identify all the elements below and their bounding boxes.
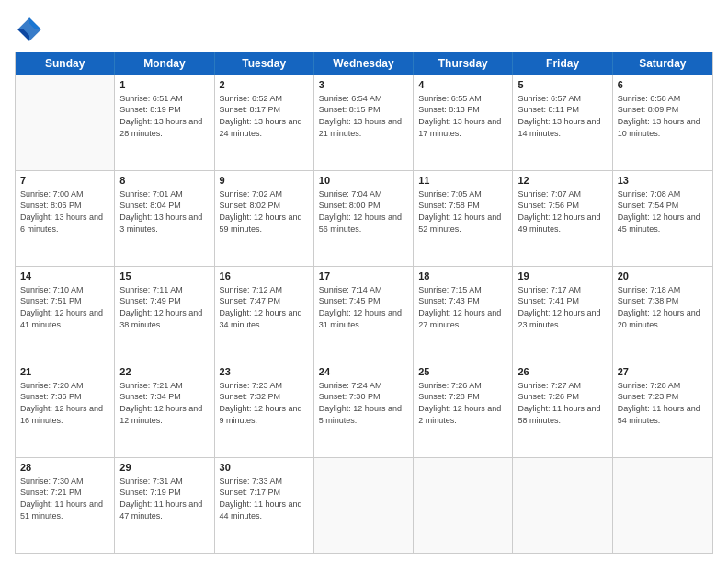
header <box>15 15 713 44</box>
day-number: 8 <box>119 174 209 188</box>
calendar-body: 1Sunrise: 6:51 AM Sunset: 8:19 PM Daylig… <box>16 75 712 553</box>
calendar-cell: 9Sunrise: 7:02 AM Sunset: 8:02 PM Daylig… <box>215 171 314 266</box>
day-number: 13 <box>618 174 708 188</box>
calendar-cell: 1Sunrise: 6:51 AM Sunset: 8:19 PM Daylig… <box>115 75 214 170</box>
day-info: Sunrise: 7:33 AM Sunset: 7:17 PM Dayligh… <box>220 476 309 522</box>
calendar-cell: 3Sunrise: 6:54 AM Sunset: 8:15 PM Daylig… <box>314 75 414 170</box>
day-number: 28 <box>20 461 109 475</box>
day-info: Sunrise: 7:28 AM Sunset: 7:23 PM Dayligh… <box>618 380 708 426</box>
day-number: 12 <box>518 174 607 188</box>
calendar-cell: 8Sunrise: 7:01 AM Sunset: 8:04 PM Daylig… <box>115 171 214 266</box>
day-info: Sunrise: 7:05 AM Sunset: 7:58 PM Dayligh… <box>418 189 507 235</box>
logo-icon <box>15 15 44 44</box>
calendar-cell: 10Sunrise: 7:04 AM Sunset: 8:00 PM Dayli… <box>314 171 414 266</box>
day-number: 10 <box>319 174 408 188</box>
calendar-cell: 21Sunrise: 7:20 AM Sunset: 7:36 PM Dayli… <box>16 362 115 457</box>
day-info: Sunrise: 7:31 AM Sunset: 7:19 PM Dayligh… <box>119 476 209 522</box>
calendar-cell: 19Sunrise: 7:17 AM Sunset: 7:41 PM Dayli… <box>513 267 612 362</box>
calendar-cell: 15Sunrise: 7:11 AM Sunset: 7:49 PM Dayli… <box>115 267 214 362</box>
calendar-cell: 28Sunrise: 7:30 AM Sunset: 7:21 PM Dayli… <box>16 458 115 553</box>
calendar-week-5: 28Sunrise: 7:30 AM Sunset: 7:21 PM Dayli… <box>16 457 712 553</box>
day-number: 6 <box>618 78 708 92</box>
day-info: Sunrise: 7:11 AM Sunset: 7:49 PM Dayligh… <box>119 284 209 330</box>
day-info: Sunrise: 7:12 AM Sunset: 7:47 PM Dayligh… <box>220 284 309 330</box>
day-number: 16 <box>220 270 309 283</box>
calendar-cell: 5Sunrise: 6:57 AM Sunset: 8:11 PM Daylig… <box>513 75 612 170</box>
day-number: 20 <box>618 270 708 283</box>
calendar-cell: 7Sunrise: 7:00 AM Sunset: 8:06 PM Daylig… <box>16 171 115 266</box>
day-info: Sunrise: 6:51 AM Sunset: 8:19 PM Dayligh… <box>119 93 209 139</box>
day-number: 30 <box>220 461 309 475</box>
day-number: 9 <box>220 174 309 188</box>
day-number: 18 <box>418 270 507 283</box>
calendar-cell: 2Sunrise: 6:52 AM Sunset: 8:17 PM Daylig… <box>215 75 314 170</box>
day-number: 22 <box>119 365 209 379</box>
day-number: 4 <box>418 78 507 92</box>
calendar-cell: 22Sunrise: 7:21 AM Sunset: 7:34 PM Dayli… <box>115 362 214 457</box>
day-info: Sunrise: 7:04 AM Sunset: 8:00 PM Dayligh… <box>319 189 408 235</box>
calendar-cell: 13Sunrise: 7:08 AM Sunset: 7:54 PM Dayli… <box>613 171 712 266</box>
header-day-wednesday: Wednesday <box>314 52 414 75</box>
header-day-sunday: Sunday <box>16 52 115 75</box>
day-info: Sunrise: 7:15 AM Sunset: 7:43 PM Dayligh… <box>418 284 507 330</box>
day-number: 3 <box>319 78 408 92</box>
logo <box>15 15 48 44</box>
calendar-cell: 25Sunrise: 7:26 AM Sunset: 7:28 PM Dayli… <box>414 362 513 457</box>
day-number: 21 <box>20 365 109 379</box>
header-day-saturday: Saturday <box>613 52 712 75</box>
day-number: 27 <box>618 365 708 379</box>
day-number: 17 <box>319 270 408 283</box>
day-info: Sunrise: 7:23 AM Sunset: 7:32 PM Dayligh… <box>220 380 309 426</box>
day-number: 7 <box>20 174 109 188</box>
calendar-cell: 17Sunrise: 7:14 AM Sunset: 7:45 PM Dayli… <box>314 267 414 362</box>
calendar-cell: 20Sunrise: 7:18 AM Sunset: 7:38 PM Dayli… <box>613 267 712 362</box>
day-info: Sunrise: 7:01 AM Sunset: 8:04 PM Dayligh… <box>119 189 209 235</box>
calendar-cell: 14Sunrise: 7:10 AM Sunset: 7:51 PM Dayli… <box>16 267 115 362</box>
day-number: 11 <box>418 174 507 188</box>
day-number: 26 <box>518 365 607 379</box>
calendar-cell <box>16 75 115 170</box>
calendar-cell: 12Sunrise: 7:07 AM Sunset: 7:56 PM Dayli… <box>513 171 612 266</box>
day-info: Sunrise: 7:14 AM Sunset: 7:45 PM Dayligh… <box>319 284 408 330</box>
day-info: Sunrise: 7:17 AM Sunset: 7:41 PM Dayligh… <box>518 284 607 330</box>
calendar-cell: 30Sunrise: 7:33 AM Sunset: 7:17 PM Dayli… <box>215 458 314 553</box>
day-info: Sunrise: 6:55 AM Sunset: 8:13 PM Dayligh… <box>418 93 507 139</box>
day-number: 15 <box>119 270 209 283</box>
day-info: Sunrise: 6:58 AM Sunset: 8:09 PM Dayligh… <box>618 93 708 139</box>
day-info: Sunrise: 6:52 AM Sunset: 8:17 PM Dayligh… <box>220 93 309 139</box>
day-number: 2 <box>220 78 309 92</box>
day-number: 5 <box>518 78 607 92</box>
day-number: 23 <box>220 365 309 379</box>
calendar-cell: 26Sunrise: 7:27 AM Sunset: 7:26 PM Dayli… <box>513 362 612 457</box>
day-number: 24 <box>319 365 408 379</box>
day-info: Sunrise: 7:21 AM Sunset: 7:34 PM Dayligh… <box>119 380 209 426</box>
calendar-week-1: 1Sunrise: 6:51 AM Sunset: 8:19 PM Daylig… <box>16 75 712 170</box>
calendar: SundayMondayTuesdayWednesdayThursdayFrid… <box>15 52 713 554</box>
day-number: 25 <box>418 365 507 379</box>
calendar-cell: 23Sunrise: 7:23 AM Sunset: 7:32 PM Dayli… <box>215 362 314 457</box>
day-info: Sunrise: 7:20 AM Sunset: 7:36 PM Dayligh… <box>20 380 109 426</box>
day-info: Sunrise: 6:57 AM Sunset: 8:11 PM Dayligh… <box>518 93 607 139</box>
calendar-cell: 11Sunrise: 7:05 AM Sunset: 7:58 PM Dayli… <box>414 171 513 266</box>
calendar-week-2: 7Sunrise: 7:00 AM Sunset: 8:06 PM Daylig… <box>16 170 712 266</box>
calendar-week-4: 21Sunrise: 7:20 AM Sunset: 7:36 PM Dayli… <box>16 362 712 457</box>
calendar-cell: 18Sunrise: 7:15 AM Sunset: 7:43 PM Dayli… <box>414 267 513 362</box>
calendar-header-row: SundayMondayTuesdayWednesdayThursdayFrid… <box>16 52 712 75</box>
calendar-cell <box>513 458 612 553</box>
day-info: Sunrise: 7:26 AM Sunset: 7:28 PM Dayligh… <box>418 380 507 426</box>
calendar-week-3: 14Sunrise: 7:10 AM Sunset: 7:51 PM Dayli… <box>16 266 712 362</box>
header-day-monday: Monday <box>115 52 214 75</box>
header-day-thursday: Thursday <box>414 52 513 75</box>
day-info: Sunrise: 7:08 AM Sunset: 7:54 PM Dayligh… <box>618 189 708 235</box>
page: SundayMondayTuesdayWednesdayThursdayFrid… <box>0 0 728 563</box>
calendar-cell: 27Sunrise: 7:28 AM Sunset: 7:23 PM Dayli… <box>613 362 712 457</box>
calendar-cell: 6Sunrise: 6:58 AM Sunset: 8:09 PM Daylig… <box>613 75 712 170</box>
calendar-cell: 4Sunrise: 6:55 AM Sunset: 8:13 PM Daylig… <box>414 75 513 170</box>
calendar-cell: 29Sunrise: 7:31 AM Sunset: 7:19 PM Dayli… <box>115 458 214 553</box>
calendar-cell: 24Sunrise: 7:24 AM Sunset: 7:30 PM Dayli… <box>314 362 414 457</box>
day-info: Sunrise: 6:54 AM Sunset: 8:15 PM Dayligh… <box>319 93 408 139</box>
calendar-cell: 16Sunrise: 7:12 AM Sunset: 7:47 PM Dayli… <box>215 267 314 362</box>
day-info: Sunrise: 7:00 AM Sunset: 8:06 PM Dayligh… <box>20 189 109 235</box>
header-day-tuesday: Tuesday <box>215 52 314 75</box>
day-info: Sunrise: 7:07 AM Sunset: 7:56 PM Dayligh… <box>518 189 607 235</box>
